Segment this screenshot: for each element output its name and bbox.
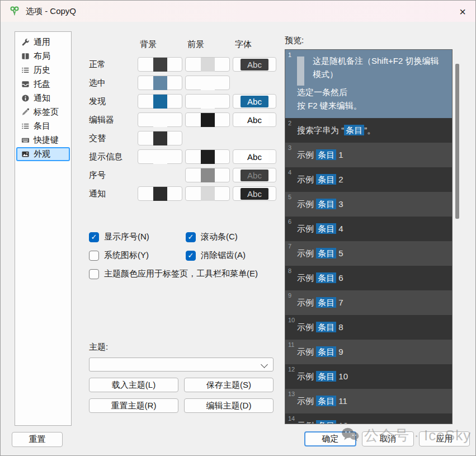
theme-button-4[interactable]: 编辑主题(D) <box>184 398 274 413</box>
sidebar-item-label: 布局 <box>34 51 50 62</box>
checkbox-3[interactable]: 系统图标(Y) <box>89 250 149 261</box>
preview-item-text: 示例 条目 2 <box>297 175 343 185</box>
background-color-button[interactable] <box>138 131 182 145</box>
foreground-color-button[interactable] <box>185 149 230 164</box>
checkbox-1[interactable]: ✓显示序号(N) <box>89 232 149 242</box>
sidebar-item-2[interactable]: 布局 <box>16 49 70 63</box>
foreground-color-button[interactable] <box>185 94 230 109</box>
font-sample: Abc <box>241 114 268 126</box>
pen-tabs-icon <box>21 108 30 117</box>
colors-header-1: 前景 <box>185 39 230 51</box>
preview-list: 1这是随机备注（Shift+F2 切换编辑模式）选定一条然后按 F2 键来编辑。… <box>285 49 453 424</box>
appearance-image-icon <box>21 150 30 159</box>
preview-item[interactable]: 10示例 条目 8 <box>285 315 452 340</box>
preview-row-number: 10 <box>288 317 295 323</box>
background-color-button[interactable] <box>138 186 182 201</box>
font-button[interactable]: Abc <box>233 168 276 182</box>
preview-item[interactable]: 5示例 条目 3 <box>285 192 452 217</box>
font-button[interactable]: Abc <box>233 186 276 201</box>
preview-item-selected[interactable]: 1这是随机备注（Shift+F2 切换编辑模式）选定一条然后按 F2 键来编辑。 <box>285 50 452 118</box>
sidebar-item-1[interactable]: 通用 <box>16 35 70 49</box>
sidebar-item-7[interactable]: 条目 <box>16 119 70 133</box>
foreground-color-button[interactable] <box>185 168 230 182</box>
font-button[interactable]: Abc <box>233 112 276 127</box>
color-row-label: 编辑器 <box>89 112 135 127</box>
color-swatch <box>201 187 215 201</box>
color-swatch <box>201 76 215 90</box>
preview-item[interactable]: 14示例 条目 12 <box>285 413 452 424</box>
theme-button-2[interactable]: 保存主题(S) <box>184 378 274 392</box>
foreground-color-button[interactable] <box>185 57 230 72</box>
apply-button[interactable]: 应用 <box>419 431 470 446</box>
preview-item[interactable]: 7示例 条目 5 <box>285 241 452 266</box>
preview-item[interactable]: 13示例 条目 11 <box>285 389 452 413</box>
preview-item[interactable]: 11示例 条目 9 <box>285 340 452 364</box>
theme-buttons: 载入主题(L)保存主题(S)重置主题(R)编辑主题(D) <box>89 378 274 413</box>
font-button[interactable]: Abc <box>233 149 276 164</box>
font-sample: Abc <box>241 59 268 70</box>
preview-row-number: 1 <box>288 51 291 58</box>
preview-item-text: 示例 条目 11 <box>297 396 347 407</box>
titlebar[interactable]: 选项 - CopyQ × <box>1 1 475 22</box>
font-button[interactable]: Abc <box>233 57 276 72</box>
preview-scrollbar-thumb[interactable] <box>455 64 459 219</box>
preview-item[interactable]: 2搜索字串为 “条目”。 <box>285 118 452 143</box>
sidebar-item-label: 标签页 <box>34 107 59 117</box>
checkbox-4[interactable]: ✓消除锯齿(A) <box>186 250 246 261</box>
font-sample: Abc <box>241 151 268 163</box>
background-color-button[interactable] <box>138 57 182 72</box>
preview-selected-body: 选定一条然后按 F2 键来编辑。 <box>297 86 362 112</box>
sidebar-item-label: 通知 <box>34 93 50 104</box>
theme-combobox[interactable] <box>89 358 274 372</box>
color-swatch <box>201 95 215 109</box>
color-swatch <box>201 168 215 182</box>
foreground-color-button[interactable] <box>185 186 230 201</box>
background-color-button[interactable] <box>138 94 182 109</box>
checkbox-2[interactable]: ✓滚动条(C) <box>186 232 238 242</box>
foreground-color-button[interactable] <box>185 76 230 90</box>
search-highlight: 条目 <box>316 248 336 258</box>
preview-row-number: 12 <box>288 366 295 373</box>
preview-item[interactable]: 8示例 条目 6 <box>285 266 452 290</box>
sidebar-item-label: 历史 <box>34 65 50 76</box>
color-row-label: 发现 <box>89 94 135 109</box>
checkbox-label: 消除锯齿(A) <box>201 250 246 261</box>
note-indicator-bar <box>297 57 304 86</box>
sidebar-item-6[interactable]: 标签页 <box>16 105 70 119</box>
sidebar-item-label: 条目 <box>34 121 50 131</box>
preview-item[interactable]: 9示例 条目 7 <box>285 290 452 315</box>
sidebar-item-5[interactable]: 通知 <box>16 91 70 105</box>
preview-item[interactable]: 4示例 条目 2 <box>285 167 452 192</box>
preview-label: 预览: <box>285 35 304 46</box>
sidebar-item-3[interactable]: 历史 <box>16 63 70 77</box>
colors-header-2: 字体 <box>233 39 276 51</box>
checkbox-5[interactable]: 主题颜色应用于标签页，工具栏和菜单(E) <box>89 269 258 279</box>
preview-item-text: 示例 条目 7 <box>297 298 343 308</box>
color-swatch <box>153 187 167 201</box>
background-color-button[interactable] <box>138 76 182 90</box>
sidebar-item-8[interactable]: 快捷键 <box>16 133 70 147</box>
theme-button-1[interactable]: 载入主题(L) <box>89 378 178 392</box>
color-swatch <box>153 58 167 72</box>
sidebar-item-4[interactable]: 托盘 <box>16 77 70 91</box>
preview-item[interactable]: 6示例 条目 4 <box>285 217 452 241</box>
theme-button-3[interactable]: 重置主题(R) <box>89 398 178 413</box>
preview-item-text: 示例 条目 6 <box>297 273 343 284</box>
items-list-icon <box>21 122 30 131</box>
background-color-button[interactable] <box>138 149 182 164</box>
ok-button[interactable]: 确定 <box>304 431 356 446</box>
preview-item-text: 示例 条目 10 <box>297 372 348 382</box>
checkbox-label: 主题颜色应用于标签页，工具栏和菜单(E) <box>104 269 258 279</box>
close-button[interactable]: × <box>450 1 475 22</box>
reset-button[interactable]: 重置 <box>12 432 63 447</box>
color-swatch <box>153 76 167 90</box>
search-highlight: 条目 <box>316 396 336 406</box>
sidebar-item-9[interactable]: 外观 <box>16 147 70 161</box>
preview-item[interactable]: 12示例 条目 10 <box>285 364 452 389</box>
cancel-button[interactable]: 取消 <box>362 431 414 446</box>
font-button[interactable]: Abc <box>233 94 276 109</box>
color-swatch <box>153 150 167 164</box>
preview-item[interactable]: 3示例 条目 1 <box>285 143 452 167</box>
foreground-color-button[interactable] <box>185 112 230 127</box>
background-color-button[interactable] <box>138 112 182 127</box>
